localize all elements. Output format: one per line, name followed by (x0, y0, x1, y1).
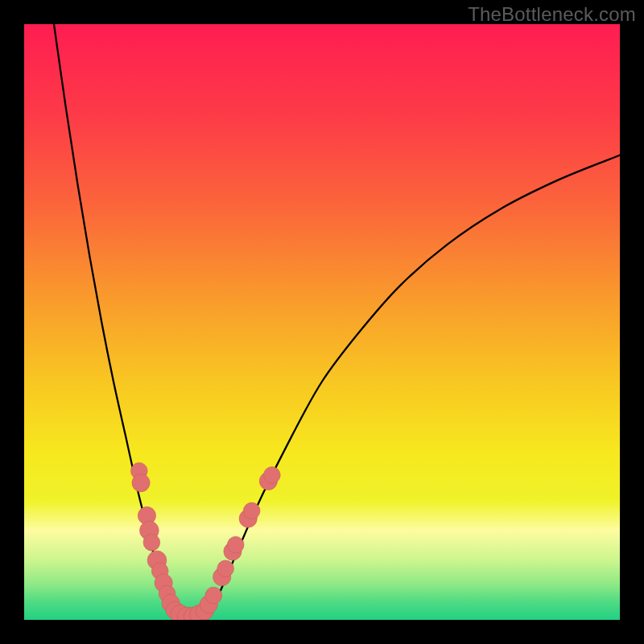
data-marker (132, 474, 150, 492)
watermark-text: TheBottleneck.com (468, 3, 636, 26)
data-marker (227, 536, 244, 553)
chart-background (24, 24, 620, 620)
data-marker (263, 467, 280, 484)
data-marker (243, 502, 260, 519)
data-marker (217, 560, 234, 577)
chart-plot-area (24, 24, 620, 620)
chart-frame: TheBottleneck.com (0, 0, 644, 644)
data-marker (143, 534, 160, 551)
data-marker (205, 587, 222, 604)
chart-svg (24, 24, 620, 620)
